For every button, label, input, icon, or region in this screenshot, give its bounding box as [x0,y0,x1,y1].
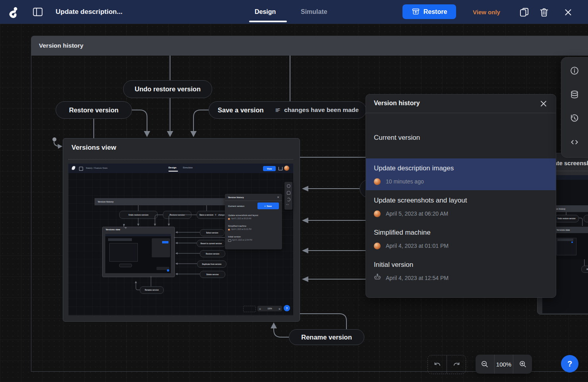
mini-label-revert: Revert to current version [197,240,226,247]
mini-inner-rename [119,264,132,267]
mini-view-label: View [267,168,272,170]
sidebar-toggle-icon[interactable] [33,7,43,17]
restore-button[interactable]: Restore [402,4,456,19]
version-title: Update screenshots and layout [374,197,467,205]
tab-simulate[interactable]: Simulate [301,8,327,15]
mini-node-label: Save a version [199,214,213,216]
mini-label-restore: Restore version [200,250,225,257]
mini-database-icon [287,191,290,195]
help-button[interactable]: ? [561,355,578,372]
database-icon[interactable] [569,89,580,100]
panel-header: Version history [366,95,556,113]
mini-item-avatar [228,218,230,220]
zoom-level[interactable]: 100% [495,355,513,374]
version-avatar [374,178,381,185]
node-label: Save a version [218,106,264,114]
info-icon[interactable] [569,66,580,76]
mini-inner-topbar [105,234,171,236]
mini-right-toolbar: <> [284,182,292,210]
mini-label: Delete version [207,274,219,276]
node-restore-version[interactable]: Restore version [56,101,132,119]
mini-tab-design: Design [168,166,176,169]
stately-logo-icon[interactable] [6,5,20,19]
redo-button[interactable] [447,355,466,374]
node-rename-version[interactable]: Rename version [289,329,364,345]
node-undo-restore-version[interactable]: Undo restore version [123,80,212,98]
version-history-panel: Version history Current version Update d… [366,94,556,298]
node-label: Rename version [301,334,352,341]
document-title[interactable]: Update description... [56,8,122,16]
mini-label-delete: Delete version [200,271,225,278]
mini-label: Select version [206,232,219,234]
mini-label: Duplicate from version [202,263,222,265]
help-label: ? [567,359,572,368]
code-icon[interactable] [569,137,580,147]
tab-design-underline [249,21,287,22]
mini-label: Rename version [145,289,159,291]
zoom-in-button[interactable] [513,355,532,374]
mini-label-select: Select version [200,229,224,236]
mini-inner-help [167,269,169,272]
version-meta: April 4, 2023 at 12:54 PM [386,275,449,281]
version-title: Current version [374,134,420,142]
mini-view-button: View [263,166,276,171]
machine-title: Version history [39,42,83,49]
version-title: Update description images [374,164,454,172]
mini-item-avatar [228,229,230,231]
zoom-out-button[interactable] [476,355,494,374]
mini-item-title: Simplified machine [228,225,246,227]
version-row[interactable]: Update screenshots and layout April 5, 2… [366,190,556,222]
preview-inner-title: Versions view [557,229,570,231]
panel-close-icon[interactable] [540,100,547,107]
tab-design[interactable]: Design [255,8,276,15]
if-label: IF [276,107,280,113]
mini-help-button: ? [284,305,290,311]
zoom-controls: 100% [476,355,532,374]
history-icon[interactable] [569,113,580,123]
version-meta: April 5, 2023 at 06:20 AM [386,210,448,217]
mini-item-meta: April 5, 2023 at 06:20 AM [231,218,251,220]
preview-node-undo: Undo restore version [554,215,579,222]
mini-help-label: ? [286,307,288,310]
version-row[interactable]: Initial version April 4, 2023 at 12:54 P… [366,254,556,298]
mini-item-title: Initial version [228,235,241,238]
mini-breadcrumb: Stately / Feature flows [86,167,107,169]
mini-machine-header: Version history [95,198,225,205]
mini-share-icon [279,167,282,170]
version-row[interactable]: Simplified machine April 4, 2023 at 01:0… [366,222,556,254]
close-icon[interactable] [563,7,573,17]
panel-title: Version history [374,100,420,107]
mini-save-button: ▾ Save [257,203,279,209]
delete-icon[interactable] [539,7,549,17]
undo-button[interactable] [428,355,447,374]
version-row-selected[interactable]: Update description images 10 minutes ago [366,158,556,190]
mini-panel-title: Version history [228,196,244,199]
versions-view-divider [68,159,293,160]
mini-undo-redo [243,306,256,312]
mini-robot-icon [228,239,231,242]
version-row-current[interactable]: Current version [366,113,556,158]
restore-icon [412,8,420,16]
mini-info-icon [287,184,290,188]
mini-panel-divider [225,201,282,201]
mini-item-title: Update screenshots and layout [228,214,258,216]
version-meta: 10 minutes ago [386,178,424,185]
machine-frame-header[interactable]: Version history [31,36,588,56]
mini-panel-current: Current version [228,205,244,207]
node-save-a-version[interactable]: Save a version IF changes have been made [209,101,366,119]
node-label: Restore version [69,106,119,114]
version-title: Simplified machine [374,229,431,237]
undo-redo-group [427,355,466,374]
preview-node-restore: Restore version [584,215,588,222]
version-avatar [374,243,381,249]
preview-node-rename: Rename version [581,266,588,273]
mini-zoom-out-icon: ⊖ [259,307,261,310]
mini-tab-underline [168,171,178,172]
mini-inner-bar [108,238,132,241]
redo-icon [452,360,461,369]
undo-icon [433,360,442,369]
mini-node-restore: Restore version [163,211,191,219]
duplicate-icon[interactable] [519,7,530,17]
mini-node-label: Undo restore version [128,214,148,216]
view-only-badge: View only [473,9,500,15]
